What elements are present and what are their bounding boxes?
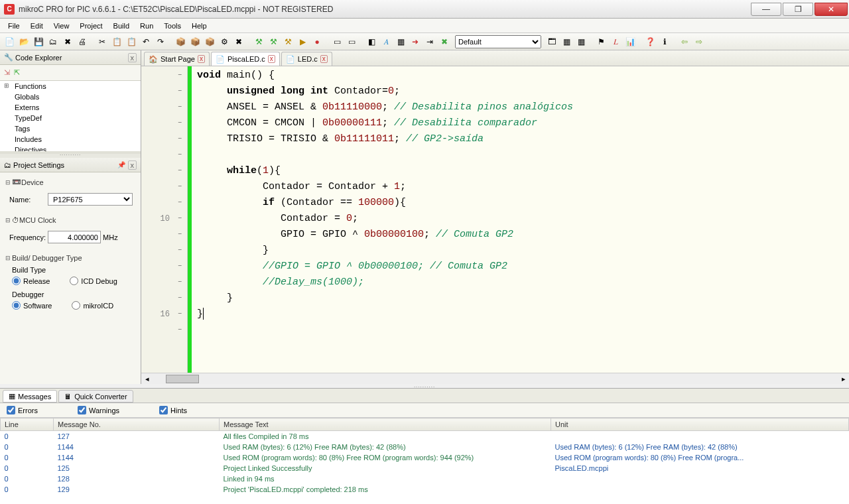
tab-start-page[interactable]: 🏠Start Pagex [144, 52, 210, 66]
table-row[interactable]: 0129Project 'PiscaLED.mcppi' completed: … [1, 484, 849, 495]
col-unit[interactable]: Unit [551, 418, 849, 431]
save-project-icon[interactable]: 📦 [203, 35, 216, 48]
scheme-select[interactable]: Default [455, 35, 541, 48]
rebuild-icon[interactable]: ⚒ [267, 35, 280, 48]
code-explorer-header: 🔧 Code Explorer x [0, 50, 141, 65]
table-row[interactable]: 0128Linked in 94 ms [1, 473, 849, 484]
table-row[interactable]: 01144Used RAM (bytes): 6 (12%) Free RAM … [1, 442, 849, 452]
run-icon[interactable]: ▶ [296, 35, 309, 48]
software-radio[interactable]: Software [12, 301, 52, 310]
tab-led[interactable]: 📄LED.cx [281, 52, 332, 66]
build-prog-icon[interactable]: ⚒ [281, 35, 294, 48]
panel-close-icon[interactable]: x [128, 53, 137, 62]
saveall-icon[interactable]: 🗂 [46, 35, 60, 48]
col-msgno[interactable]: Message No. [54, 418, 220, 431]
cut-icon[interactable]: ✂ [96, 35, 109, 48]
filter-errors[interactable]: Errors [7, 406, 38, 414]
menu-edit[interactable]: Edit [25, 20, 48, 32]
icd-radio[interactable]: ICD Debug [70, 277, 117, 285]
open-icon[interactable]: 📂 [17, 35, 31, 48]
close-file-icon[interactable]: ✖ [61, 35, 74, 48]
code-editor[interactable]: 1016 void main() { unsigned long int Con… [141, 66, 849, 373]
tree-typedef[interactable]: TypeDef [0, 113, 141, 123]
tree-globals[interactable]: Globals [0, 92, 141, 102]
stop-icon[interactable]: ● [310, 35, 324, 48]
undo-icon[interactable]: ↶ [139, 35, 153, 48]
icon-j[interactable]: ⚑ [594, 35, 608, 48]
code-area[interactable]: void main() { unsigned long int Contador… [192, 66, 849, 373]
icon-l[interactable]: 📊 [623, 35, 637, 48]
icon-f[interactable]: ✖ [438, 35, 451, 48]
table-row[interactable]: 01144Used ROM (program words): 80 (8%) F… [1, 452, 849, 463]
edit-project-icon[interactable]: ⚙ [218, 35, 231, 48]
menu-view[interactable]: View [48, 20, 75, 32]
freq-input[interactable] [48, 231, 101, 243]
tree-externs[interactable]: Externs [0, 102, 141, 113]
tab-close-icon[interactable]: x [268, 55, 275, 63]
panel-close-icon[interactable]: x [128, 160, 137, 170]
redo-icon[interactable]: ↷ [154, 35, 167, 48]
table-row[interactable]: 0127All files Compiled in 78 ms [1, 431, 849, 442]
col-text[interactable]: Message Text [220, 418, 551, 431]
release-radio[interactable]: Release [12, 277, 50, 285]
info-icon[interactable]: ℹ [658, 35, 671, 48]
nav-back-icon[interactable]: ⇦ [678, 35, 691, 48]
horizontal-scrollbar[interactable]: ◂▸ [141, 373, 849, 384]
maximize-button[interactable]: ❐ [783, 3, 813, 16]
build-icon[interactable]: ⚒ [252, 35, 265, 48]
menu-tools[interactable]: Tools [159, 20, 186, 32]
messages-grid[interactable]: Line Message No. Message Text Unit 0127A… [0, 418, 849, 504]
tree-includes[interactable]: Includes [0, 134, 141, 145]
collapse-icon[interactable]: ⇱ [14, 68, 20, 77]
mikroicd-radio[interactable]: mikroICD [72, 301, 113, 310]
window2-icon[interactable]: ▭ [345, 35, 358, 48]
tab-close-icon[interactable]: x [198, 55, 205, 63]
table-row[interactable]: 0125Project Linked SuccessfullyPiscaLED.… [1, 463, 849, 473]
filter-warnings[interactable]: Warnings [78, 406, 119, 414]
icon-c[interactable]: ▦ [394, 35, 407, 48]
icon-e[interactable]: ⇥ [423, 35, 436, 48]
nav-fwd-icon[interactable]: ⇨ [692, 35, 706, 48]
expand-icon[interactable]: ⇲ [4, 68, 10, 77]
pin-icon[interactable]: 📌 [117, 161, 125, 168]
open-project-icon[interactable]: 📦 [188, 35, 202, 48]
new-icon[interactable]: 📄 [3, 35, 16, 48]
new-project-icon[interactable]: 📦 [174, 35, 187, 48]
menu-run[interactable]: Run [135, 20, 159, 32]
icon-h[interactable]: ▦ [560, 35, 573, 48]
window1-icon[interactable]: ▭ [330, 35, 344, 48]
close-button[interactable]: ✕ [815, 3, 848, 16]
menu-build[interactable]: Build [108, 20, 135, 32]
code-explorer-toolbar: ⇲ ⇱ [0, 65, 141, 81]
menu-file[interactable]: File [3, 20, 25, 32]
menu-help[interactable]: Help [186, 20, 212, 32]
mcu-section[interactable]: ⏱MCU Clock [5, 215, 135, 225]
help-icon[interactable]: ❓ [643, 35, 657, 48]
device-section[interactable]: 📼Device [5, 176, 135, 188]
paste-icon[interactable]: 📋 [125, 35, 138, 48]
tab-piscaled[interactable]: 📄PiscaLED.cx [211, 52, 280, 66]
close-project-icon[interactable]: ✖ [232, 35, 245, 48]
tree-functions[interactable]: Functions [0, 81, 141, 92]
tab-messages[interactable]: ▦Messages [3, 390, 57, 403]
tree-tags[interactable]: Tags [0, 123, 141, 134]
icon-k[interactable]: 𝐿 [609, 35, 622, 48]
icon-g[interactable]: 🗔 [545, 35, 558, 48]
minimize-button[interactable]: — [751, 3, 781, 16]
tree-directives[interactable]: Directives [0, 145, 141, 154]
code-explorer-tree[interactable]: Functions Globals Externs TypeDef Tags I… [0, 81, 141, 154]
icon-b[interactable]: 𝐴 [379, 35, 393, 48]
icon-a[interactable]: ◧ [365, 35, 378, 48]
col-line[interactable]: Line [1, 418, 54, 431]
copy-icon[interactable]: 📋 [110, 35, 123, 48]
build-section[interactable]: Build/ Debugger Type [5, 253, 135, 263]
icon-d[interactable]: ➜ [409, 35, 422, 48]
save-icon[interactable]: 💾 [32, 35, 45, 48]
device-select[interactable]: P12F675 [48, 193, 133, 206]
icon-i[interactable]: ▦ [574, 35, 588, 48]
menu-project[interactable]: Project [74, 20, 107, 32]
print-icon[interactable]: 🖨 [76, 35, 89, 48]
filter-hints[interactable]: Hints [159, 406, 187, 414]
tab-quick-converter[interactable]: 🖩Quick Converter [58, 390, 133, 403]
tab-close-icon[interactable]: x [320, 55, 328, 63]
